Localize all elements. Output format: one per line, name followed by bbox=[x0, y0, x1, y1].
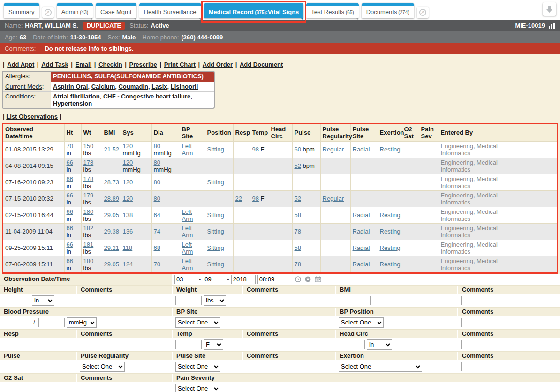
obs-position-link[interactable]: Sitting bbox=[207, 261, 224, 268]
obs-dia-link[interactable]: 80 bbox=[154, 195, 160, 202]
obs-dia-link[interactable]: 80 bbox=[154, 159, 160, 166]
obs-pulse-link[interactable]: 78 bbox=[295, 228, 301, 235]
obs-sys-link[interactable]: 136 bbox=[123, 228, 133, 235]
tab-case-mgmt[interactable]: Case Mgmt bbox=[96, 3, 136, 18]
obs-bmi-link[interactable]: 29.38 bbox=[104, 228, 120, 235]
obs-sys-link[interactable]: 118 bbox=[123, 244, 133, 251]
obs-sys-link[interactable]: 120 bbox=[123, 143, 133, 150]
obs-ht-link[interactable]: 66 bbox=[67, 225, 73, 232]
obs-pulse-site-link[interactable]: Radial bbox=[353, 211, 370, 219]
tab-medical-record[interactable]: Medical Record (375):Vital Signs bbox=[204, 3, 304, 18]
download-arrow-button[interactable] bbox=[543, 2, 556, 16]
obs-position-link[interactable]: Sitting bbox=[207, 211, 224, 219]
action-link-checkin[interactable]: Checkin bbox=[98, 61, 122, 68]
tab-test-results[interactable]: Test Results (65) bbox=[306, 3, 358, 18]
summary-item-atrial-fibrillation[interactable]: Atrial fibrillation bbox=[53, 93, 100, 100]
obs-pulse-link[interactable]: 52 bbox=[295, 195, 301, 202]
tab-health-surveillance[interactable]: Health Surveillance bbox=[139, 3, 201, 18]
obs-bmi-link[interactable]: 29.21 bbox=[104, 244, 120, 251]
exertion-comments-input[interactable] bbox=[461, 362, 525, 371]
obs-sys-link[interactable]: 120 bbox=[123, 179, 133, 186]
obs-ht-link[interactable]: 66 bbox=[67, 192, 73, 199]
summary-item-aspirin-oral[interactable]: Aspirin Oral bbox=[53, 83, 88, 90]
obs-exertion-link[interactable]: Resting bbox=[380, 211, 401, 219]
obs-bp-site-link[interactable]: Left Arm bbox=[182, 208, 197, 222]
obs-dia-link[interactable]: 80 bbox=[154, 143, 160, 150]
obs-exertion-link[interactable]: Resting bbox=[380, 261, 401, 268]
obs-wt-link[interactable]: 180 bbox=[83, 208, 94, 215]
obs-pulse-reg-link[interactable]: Regular bbox=[323, 195, 344, 202]
tab-documents[interactable]: Documents (274) bbox=[362, 3, 414, 18]
action-link-add-order[interactable]: Add Order bbox=[203, 61, 233, 68]
bp-unit-select[interactable]: mmHg bbox=[67, 317, 97, 328]
obs-bp-site-link[interactable]: Left Arm bbox=[182, 225, 197, 239]
action-link-add-task[interactable]: Add Task bbox=[41, 61, 68, 68]
bp-systolic-input[interactable] bbox=[4, 318, 30, 327]
pain-severity-select[interactable]: Select One bbox=[175, 384, 220, 392]
bp-site-select[interactable]: Select One bbox=[175, 317, 220, 328]
head-circ-unit-select[interactable]: in bbox=[367, 339, 392, 350]
obs-pulse-link[interactable]: 52 bbox=[295, 162, 301, 169]
summary-item-lasix[interactable]: Lasix bbox=[151, 83, 167, 90]
action-link-print-chart[interactable]: Print Chart bbox=[164, 61, 196, 68]
exertion-select[interactable]: Select One bbox=[339, 362, 422, 372]
pulse-regularity-select[interactable]: Select One bbox=[80, 362, 125, 372]
obs-bp-site-link[interactable]: Left Arm bbox=[182, 257, 197, 271]
obs-month-input[interactable] bbox=[174, 275, 197, 284]
obs-position-link[interactable]: Sitting bbox=[207, 228, 224, 235]
obs-pulse-link[interactable]: 58 bbox=[295, 244, 301, 251]
obs-pulse-site-link[interactable]: Radial bbox=[353, 228, 370, 235]
popout-icon[interactable]: ↗ bbox=[417, 7, 429, 18]
obs-sys-link[interactable]: 138 bbox=[123, 211, 133, 219]
tab-admin[interactable]: Admin (43) bbox=[57, 3, 93, 18]
obs-exertion-link[interactable]: Resting bbox=[380, 244, 401, 251]
temp-comments-input[interactable] bbox=[246, 340, 310, 349]
obs-sys-link[interactable]: 120 bbox=[123, 195, 133, 202]
weight-comments-input[interactable] bbox=[246, 296, 310, 305]
obs-ht-link[interactable]: 66 bbox=[67, 175, 73, 182]
obs-pulse-site-link[interactable]: Radial bbox=[353, 244, 370, 251]
action-link-email[interactable]: Email bbox=[76, 61, 92, 68]
obs-position-link[interactable]: Sitting bbox=[207, 244, 224, 251]
summary-item-lisinopril[interactable]: Lisinopril bbox=[171, 83, 198, 90]
obs-sys-link[interactable]: 124 bbox=[123, 261, 133, 268]
obs-pulse-link[interactable]: 60 bbox=[295, 146, 301, 153]
obs-position-link[interactable]: Sitting bbox=[207, 146, 224, 153]
obs-sys-link[interactable]: 120 bbox=[123, 159, 133, 166]
summary-label-link[interactable]: Current Meds bbox=[5, 83, 42, 90]
o2-comments-input[interactable] bbox=[80, 384, 144, 392]
obs-wt-link[interactable]: 180 bbox=[83, 257, 94, 264]
tab-summary[interactable]: Summary bbox=[4, 3, 39, 18]
head-circ-input[interactable] bbox=[339, 340, 365, 349]
obs-bmi-link[interactable]: 28.73 bbox=[104, 179, 120, 186]
summary-item-penicillins[interactable]: PENICILLINS bbox=[53, 73, 91, 80]
obs-pulse-reg-link[interactable]: Regular bbox=[323, 146, 344, 153]
obs-pulse-link[interactable]: 78 bbox=[295, 261, 301, 268]
obs-bp-site-link[interactable]: Left Arm bbox=[182, 241, 197, 255]
bp-comments-input[interactable] bbox=[461, 318, 525, 327]
obs-ht-link[interactable]: 66 bbox=[67, 241, 73, 248]
obs-ht-link[interactable]: 66 bbox=[67, 257, 73, 264]
obs-dia-link[interactable]: 74 bbox=[154, 228, 160, 235]
clear-icon[interactable] bbox=[305, 276, 311, 282]
summary-label-link[interactable]: Conditions bbox=[5, 93, 34, 100]
obs-exertion-link[interactable]: Resting bbox=[380, 146, 401, 153]
obs-dia-link[interactable]: 64 bbox=[154, 211, 160, 219]
bar-chart-icon[interactable] bbox=[548, 23, 555, 29]
obs-year-input[interactable] bbox=[231, 275, 256, 284]
obs-position-link[interactable]: Sitting bbox=[207, 179, 224, 186]
summary-item-chf-congestive-heart-failure[interactable]: CHF - Congestive heart failure bbox=[103, 93, 190, 100]
summary-item-sulfa-sulfonamide-antibiotics[interactable]: SULFA(SULFONAMIDE ANTIBIOTICS) bbox=[94, 73, 204, 80]
obs-wt-link[interactable]: 178 bbox=[83, 175, 94, 182]
obs-ht-link[interactable]: 70 bbox=[67, 143, 73, 150]
obs-wt-link[interactable]: 178 bbox=[83, 159, 94, 166]
head-circ-comments-input[interactable] bbox=[461, 340, 525, 349]
bmi-comments-input[interactable] bbox=[461, 296, 525, 305]
obs-wt-link[interactable]: 181 bbox=[83, 241, 94, 248]
height-input[interactable] bbox=[4, 296, 30, 305]
summary-item-calcium[interactable]: Calcium bbox=[91, 83, 115, 90]
popout-icon[interactable]: ↗ bbox=[42, 7, 54, 18]
summary-item-hypertension[interactable]: Hypertension bbox=[53, 100, 92, 107]
action-link-add-appt[interactable]: Add Appt bbox=[7, 61, 34, 68]
weight-input[interactable] bbox=[175, 296, 202, 305]
